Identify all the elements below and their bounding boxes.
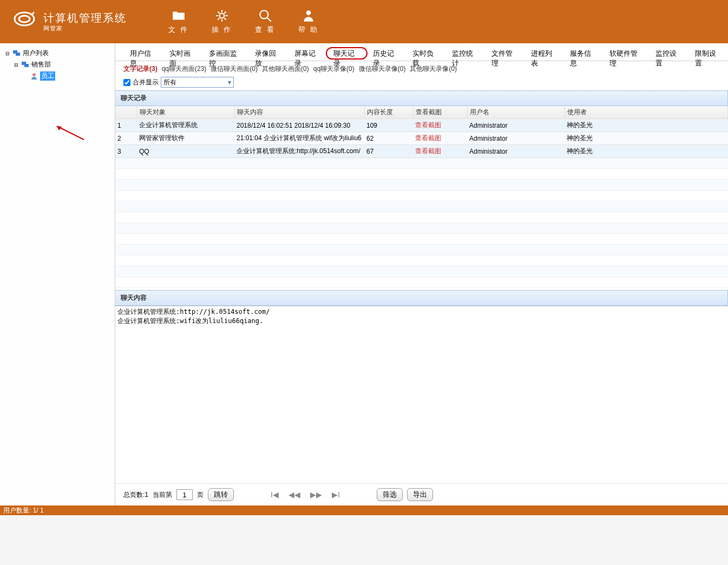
svg-line-4 [267,17,271,22]
tab-4[interactable]: 屏幕记录 [288,45,327,61]
tree-root-label: 用户列表 [23,49,49,58]
tab-11[interactable]: 服务信息 [563,45,603,61]
tab-13[interactable]: 监控设置 [649,45,688,61]
tab-5[interactable]: 聊天记录 [327,45,366,61]
main-panel: 用户信息实时画面多画面监控录像回放屏幕记录聊天记录历史记录实时负载监控统计文件管… [115,43,728,505]
cell-content: 企业计算机管理系统:http://jk.0514soft.com/ [234,145,364,158]
toolbar-help[interactable]: 帮 助 [292,9,325,35]
tab-8[interactable]: 监控统计 [445,45,485,61]
tree-root-users[interactable]: ⊟ 用户列表 [0,48,115,59]
person-icon [30,73,38,80]
toolbar-view[interactable]: 查 看 [249,9,281,35]
cell-username: Administrator [467,132,565,145]
tab-2[interactable]: 多画面监控 [202,45,248,61]
export-button[interactable]: 导出 [407,488,433,501]
select-value: 所有 [163,78,176,87]
tree-toggle-icon[interactable]: ⊟ [13,62,19,68]
tab-10[interactable]: 进程列表 [524,45,564,61]
empty-row [115,223,728,234]
tab-9[interactable]: 文件管理 [485,45,524,61]
app-title: 计算机管理系统 [43,11,127,25]
merge-label: 合并显示 [133,78,159,87]
tree-toggle-icon[interactable]: ⊟ [4,51,11,56]
cell-screenshot[interactable]: 查看截图 [413,145,467,158]
tree-dept-label: 销售部 [31,60,51,69]
page-unit: 页 [197,490,204,500]
chat-content-header: 聊天内容 [115,290,728,306]
status-bar: 用户数量: 1/ 1 [0,505,728,515]
tab-3[interactable]: 录像回放 [248,45,288,61]
cell-operator: 神的圣光 [565,145,728,158]
chat-content-panel: 企业计算机管理系统:http://jk.0514soft.com/ 企业计算机管… [115,306,728,483]
cell-idx: 3 [115,145,137,158]
current-page-label: 当前第 [153,490,172,500]
filter-button[interactable]: 筛选 [377,488,403,501]
tree-dept-sales[interactable]: ⊟ 销售部 [0,59,115,70]
tree-user-label: 员工 [40,71,55,81]
empty-row [115,158,728,169]
toolbar-operate[interactable]: 操 作 [206,9,238,35]
cell-operator: 神的圣光 [565,119,728,132]
subtab-2[interactable]: 微信聊天画面(0) [211,64,258,74]
empty-row [115,266,728,277]
col-username[interactable]: 用户名 [467,106,565,119]
col-screenshot[interactable]: 查看截图 [413,106,467,119]
tab-1[interactable]: 实时画面 [163,45,202,61]
monitors-icon [21,61,30,69]
tab-0[interactable]: 用户信息 [123,45,163,61]
detail-line: 企业计算机管理系统:wifi改为liuliu66qiang. [117,317,726,326]
subtab-5[interactable]: 微信聊天录像(0) [359,64,406,74]
cell-screenshot[interactable]: 查看截图 [413,119,467,132]
empty-row [115,255,728,266]
subtab-0[interactable]: 文字记录(3) [123,64,158,74]
svg-point-0 [15,12,34,25]
tab-7[interactable]: 实时负载 [406,45,445,61]
goto-button[interactable]: 跳转 [208,488,234,501]
empty-row [115,169,728,180]
type-select[interactable]: 所有 [161,77,234,88]
last-page-icon[interactable]: ▶I [332,490,340,499]
cell-content: 2018/12/4 16:02:51 2018/12/4 16:09:30 [234,119,364,132]
svg-point-5 [306,10,311,15]
empty-row [115,245,728,255]
total-pages: 总页数:1 [123,490,148,500]
col-operator[interactable]: 使用者 [565,106,728,119]
cell-username: Administrator [467,119,565,132]
chat-records-header: 聊天记录 [115,90,728,106]
merge-checkbox[interactable] [123,79,130,86]
col-content[interactable]: 聊天内容 [234,106,364,119]
page-input[interactable] [176,489,193,500]
subtab-1[interactable]: qq聊天画面(23) [162,64,207,74]
col-target[interactable]: 聊天对象 [137,106,234,119]
empty-row [115,234,728,245]
svg-rect-9 [24,64,29,67]
first-page-icon[interactable]: I◀ [271,490,279,499]
cell-idx: 1 [115,119,137,132]
cell-target: QQ [137,145,234,158]
brand-name: 网管家 [43,24,127,32]
cell-length: 62 [364,132,413,145]
sub-tabs: 文字记录(3)qq聊天画面(23)微信聊天画面(0)其他聊天画面(0)qq聊天录… [115,61,728,76]
tab-6[interactable]: 历史记录 [366,45,406,61]
cell-username: Administrator [467,145,565,158]
table-row[interactable]: 1 企业计算机管理系统 2018/12/4 16:02:51 2018/12/4… [115,119,728,132]
tab-14[interactable]: 限制设置 [688,45,728,61]
next-page-icon[interactable]: ▶▶ [310,490,322,499]
subtab-3[interactable]: 其他聊天画面(0) [262,64,309,74]
svg-point-3 [260,10,268,18]
table-row[interactable]: 3 QQ 企业计算机管理系统:http://jk.0514soft.com/ 6… [115,145,728,158]
tab-12[interactable]: 软硬件管理 [603,45,649,61]
tree-user-employee[interactable]: 员工 [0,70,115,82]
annotation-arrow-icon [54,124,87,141]
prev-page-icon[interactable]: ◀◀ [288,490,300,499]
table-row[interactable]: 2 网管家管理软件 21:01:04 企业计算机管理系统 wif改为liuliu… [115,132,728,145]
col-index[interactable] [115,106,137,119]
toolbar-help-label: 帮 助 [298,25,319,35]
col-length[interactable]: 内容长度 [364,106,413,119]
cell-target: 企业计算机管理系统 [137,119,234,132]
toolbar-file[interactable]: 文 件 [162,9,195,35]
cell-screenshot[interactable]: 查看截图 [413,132,467,145]
sidebar-tree: ⊟ 用户列表 ⊟ 销售部 员工 [0,43,115,505]
svg-marker-12 [57,126,62,130]
pagination-bar: 总页数:1 当前第 页 跳转 I◀ ◀◀ ▶▶ ▶I 筛选 导出 [115,483,728,505]
